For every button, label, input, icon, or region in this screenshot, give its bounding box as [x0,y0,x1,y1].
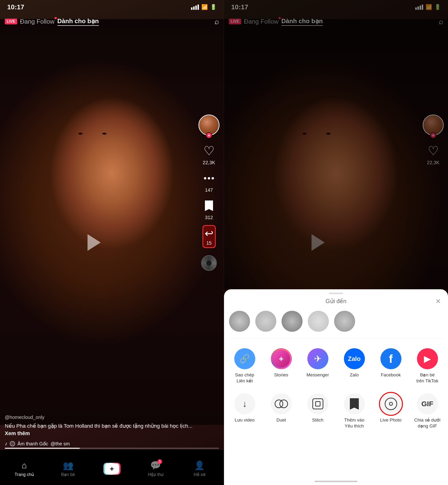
shares-count: 15 [206,240,212,246]
nav-item-friends[interactable]: 👥 Bạn bè [46,461,90,477]
save-video-label: Lưu video [235,417,255,423]
heart-icon-container[interactable]: ♡ [201,143,217,159]
share-action-bantok[interactable]: ▶ Bạn bètrên TikTok [409,346,446,386]
progress-bar-container[interactable] [0,448,224,449]
share-icon: ↪ [205,227,214,239]
friend-avatar-4 [308,311,329,332]
stories-inner: + [272,350,290,368]
comment-icon-container[interactable] [201,170,217,186]
share-action-save-video[interactable]: ↓ Lưu video [226,391,263,431]
nav-item-create[interactable]: + [90,463,134,475]
progress-bar-background [5,448,219,449]
share-action[interactable]: ↪ 15 [202,225,216,248]
music-heart-icon [10,441,15,446]
zalo-label: Zalo [350,372,359,378]
share-action-live-photo[interactable]: Live Photo [373,391,409,431]
live-badge[interactable]: LIVE [5,19,17,24]
status-time: 10:17 [7,3,24,11]
friend-avatar-1 [229,311,250,332]
share-title: Gửi đến [326,298,346,305]
share-action-facebook[interactable]: f Facebook [373,346,409,386]
friend-item-4[interactable] [308,311,329,334]
nav-item-profile[interactable]: 👤 Hồ sơ [178,461,221,477]
favorites-bookmark-icon [350,398,359,410]
profile-icon: 👤 [194,461,205,470]
live-badge-wrapper[interactable]: LIVE [5,19,17,24]
share-action-duet[interactable]: Duet [263,391,299,431]
share-action-messenger[interactable]: ✈ Messenger [299,346,336,386]
nav-home-label: Trang chủ [15,472,34,477]
share-close-button[interactable]: ✕ [435,297,441,305]
share-action-zalo[interactable]: Zalo Zalo [336,346,373,386]
live-photo-label: Live Photo [380,417,402,423]
comments-action[interactable]: 147 [201,170,217,193]
friends-icon: 👥 [63,461,73,470]
follow-tab[interactable]: Đang Follow [20,18,55,25]
top-nav: LIVE Đang Follow Dành cho bạn ⌕ [0,13,224,30]
bookmark-action[interactable]: 312 [201,198,217,220]
heart-icon: ♡ [203,145,215,157]
right-phone-screen: 10:17 📶 🔋 LIVE Đang Follow Dành cho bạn … [224,0,448,485]
bookmark-icon-container[interactable] [201,198,217,214]
zalo-icon: Zalo [344,348,365,369]
stitch-inner-icon [315,401,320,407]
nav-friends-label: Bạn bè [61,472,75,477]
avatar-container[interactable]: + [199,115,219,136]
play-button[interactable] [88,234,101,251]
for-you-tab[interactable]: Dành cho bạn [57,17,99,26]
favorites-label: Thêm vàoYêu thích [344,417,364,429]
duet-icon [271,393,292,414]
music-row: ♪ Âm thanh Gốc @the sm [5,441,195,447]
bantok-symbol: ▶ [424,353,431,364]
share-actions-row2: ↓ Lưu video Duet Stitch [224,389,448,436]
follow-plus-button[interactable]: + [206,132,212,138]
follow-tab-dot [55,17,57,19]
username[interactable]: @homecloud_only [5,415,195,420]
share-action-copy-link[interactable]: 🔗 Sao chépLiên kết [226,346,263,386]
gif-label: Chia sẻ dướidạng GIF [414,417,440,429]
share-title-row: Gửi đến ✕ [224,294,448,308]
create-button[interactable]: + [104,463,120,475]
see-more-link[interactable]: Xem thêm [5,430,30,436]
link-icon-symbol: 🔗 [239,354,250,364]
right-actions-panel: + ♡ 22,3K 147 312 [199,115,219,271]
stitch-label: Stitch [312,417,324,423]
gif-icon: GIF [417,393,438,414]
music-note-icon: ♪ [5,441,8,447]
live-photo-inner-ring [389,402,393,406]
share-action-favorites[interactable]: Thêm vàoYêu thích [336,391,373,431]
friend-item-1[interactable] [229,311,250,334]
copy-link-icon: 🔗 [234,348,255,369]
friend-item-2[interactable] [255,311,277,334]
wifi-icon: 📶 [201,4,208,10]
left-phone-screen: 10:17 📶 🔋 LIVE Đang Follow Dành cho bạn … [0,0,224,485]
live-photo-outer-ring [385,398,397,410]
likes-count: 22,3K [203,160,215,165]
messenger-label: Messenger [307,372,329,378]
create-plus-icon: + [105,464,119,474]
video-caption: Nếu Pha chế bạn gặp là Tom Holland thì b… [5,422,195,437]
comment-dots-icon [204,177,214,180]
save-video-icon: ↓ [234,393,255,414]
friend-item-3[interactable] [281,311,303,334]
live-photo-icon [380,393,401,414]
nav-item-home[interactable]: ⌂ Trang chủ [2,461,46,477]
friend-item-5[interactable] [334,311,355,334]
share-action-stories[interactable]: + Stories [263,346,299,386]
search-icon[interactable]: ⌕ [215,17,219,26]
share-action-gif[interactable]: GIF Chia sẻ dướidạng GIF [409,391,446,431]
music-disc[interactable] [201,255,217,271]
likes-action[interactable]: ♡ 22,3K [201,143,217,165]
share-action-stitch[interactable]: Stitch [299,391,336,431]
friends-row [224,308,448,338]
nav-item-inbox[interactable]: 💬 1 Hộp thư [134,461,177,477]
bookmarks-count: 312 [205,215,213,220]
facebook-symbol: f [389,352,393,365]
share-icon-highlighted[interactable]: ↪ 15 [202,225,216,248]
share-actions-row1: 🔗 Sao chépLiên kết + Stories ✈ Messenger [224,339,448,389]
music-disc-inner [206,260,212,266]
nav-inbox-label: Hộp thư [148,472,163,477]
gif-symbol: GIF [422,400,433,408]
comments-count: 147 [205,187,213,193]
face-simulation [0,19,224,425]
